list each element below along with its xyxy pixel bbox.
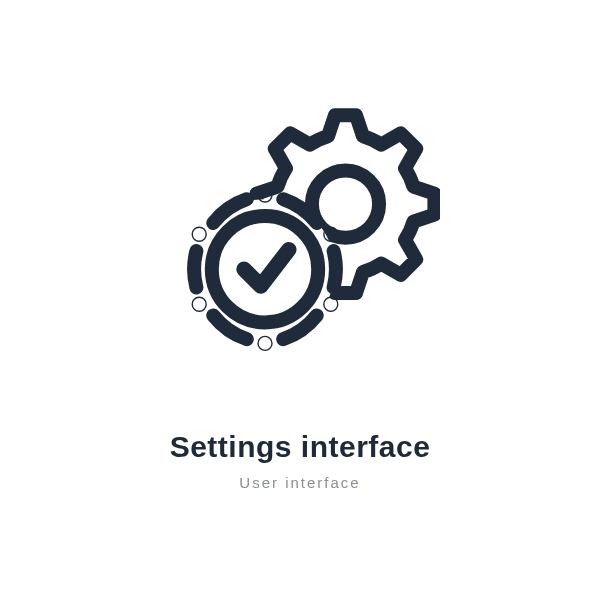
svg-point-8: [199, 233, 200, 234]
settings-interface-icon: [160, 90, 440, 370]
svg-point-4: [330, 233, 331, 234]
svg-point-3: [264, 194, 265, 195]
svg-point-7: [199, 303, 200, 304]
svg-point-6: [264, 342, 265, 343]
icon-title: Settings interface: [170, 430, 431, 464]
icon-subtitle: User interface: [239, 474, 360, 491]
svg-point-5: [330, 303, 331, 304]
